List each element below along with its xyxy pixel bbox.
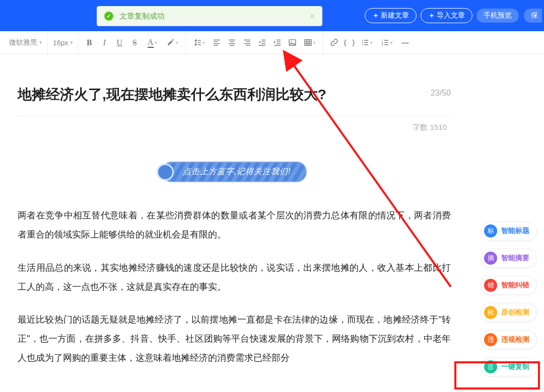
save-button-partial[interactable]: 保 — [524, 9, 542, 23]
mobile-preview-button[interactable]: 手机预览 — [477, 9, 519, 23]
svg-point-5 — [362, 44, 363, 45]
import-article-button[interactable]: ＋ 导入文章 — [421, 8, 472, 23]
bullet-list-icon — [361, 38, 369, 47]
badge-icon: 违 — [484, 333, 497, 346]
success-toast: ✓ 文章复制成功 × — [97, 6, 322, 26]
align-right-icon — [243, 38, 251, 47]
chevron-down-icon: ▾ — [70, 39, 73, 46]
editor-area: 地摊经济火了,现在摆地摊卖什么东西利润比较大? 23/50 字数 1510 点击… — [0, 85, 544, 368]
align-right-button[interactable] — [240, 36, 253, 49]
svg-point-3 — [362, 40, 363, 41]
svg-point-4 — [362, 42, 363, 43]
mobile-preview-label: 手机预览 — [484, 11, 512, 20]
align-center-icon — [228, 38, 236, 47]
one-click-copy-button[interactable]: ☰ 一键复制 — [481, 357, 537, 376]
badge-icon: 摘 — [484, 252, 497, 265]
badge-icon: 错 — [484, 279, 497, 292]
highlight-button[interactable]: ▾ — [163, 36, 181, 49]
chevron-down-icon: ▾ — [39, 39, 42, 46]
side-actions-panel: 标 智能标题 摘 智能摘要 错 智能纠错 检 原创检测 违 违规检测 ☰ 一键复… — [481, 221, 537, 376]
close-icon[interactable]: × — [309, 11, 315, 22]
indent-button[interactable] — [270, 36, 284, 49]
link-icon — [330, 38, 338, 47]
font-family-select[interactable]: 微软雅黑 ▾ — [7, 38, 44, 47]
unordered-list-button[interactable]: ▾ — [358, 36, 376, 49]
align-left-icon — [213, 38, 221, 47]
smart-summary-label: 智能摘要 — [501, 254, 529, 263]
badge-icon: 标 — [484, 224, 497, 238]
table-icon — [304, 38, 312, 47]
violation-check-label: 违规检测 — [501, 335, 529, 344]
plus-icon: ＋ — [372, 11, 379, 20]
plus-icon: ＋ — [428, 11, 435, 20]
ordered-list-button[interactable]: 123 ▾ — [378, 36, 396, 49]
save-label: 保 — [531, 11, 538, 20]
title-char-count: 23/50 — [431, 89, 451, 98]
smart-summary-button[interactable]: 摘 智能摘要 — [481, 249, 537, 268]
align-center-button[interactable] — [225, 36, 238, 49]
indent-icon — [273, 38, 282, 47]
italic-button[interactable]: I — [98, 36, 111, 49]
list-icon: ☰ — [484, 360, 497, 373]
font-color-button[interactable]: A▾ — [143, 36, 161, 49]
image-icon — [288, 38, 297, 47]
line-height-icon — [193, 38, 201, 47]
toast-message: 文章复制成功 — [119, 12, 309, 21]
insert-image-button[interactable] — [286, 36, 299, 49]
new-article-button[interactable]: ＋ 新建文章 — [365, 8, 417, 23]
paragraph[interactable]: 两者在竞争中相互替代意味着，在某些消费群体的数量或者某个层次的消费力总体有限的情… — [18, 206, 451, 245]
follow-banner[interactable]: 点击上方蓝字,记得关注我们! — [162, 162, 307, 182]
badge-icon: 检 — [484, 306, 497, 319]
document-title[interactable]: 地摊经济火了,现在摆地摊卖什么东西利润比较大? — [18, 85, 419, 104]
document-page: 地摊经济火了,现在摆地摊卖什么东西利润比较大? 23/50 字数 1510 点击… — [18, 85, 451, 368]
smart-correction-label: 智能纠错 — [501, 281, 529, 290]
new-article-label: 新建文章 — [381, 11, 409, 20]
svg-rect-2 — [305, 40, 311, 45]
outdent-icon — [258, 38, 266, 47]
banner-container: 点击上方蓝字,记得关注我们! — [18, 162, 451, 182]
highlighter-icon — [166, 38, 175, 47]
editor-toolbar: 微软雅黑 ▾ 16px ▾ B I U S A▾ ▾ ▾ — [0, 31, 544, 54]
insert-table-button[interactable]: ▾ — [301, 36, 319, 49]
outdent-button[interactable] — [255, 36, 268, 49]
paragraph[interactable]: 最近比较热门的话题无疑就是地摊经济了，以前摆地摊一直都是卡在法律的边缘，而现在，… — [18, 310, 451, 367]
check-icon: ✓ — [104, 12, 113, 21]
font-size-value: 16px — [53, 39, 68, 47]
originality-check-label: 原创检测 — [501, 308, 529, 317]
word-count: 字数 1510 — [18, 123, 451, 132]
ordered-list-icon: 123 — [381, 38, 389, 47]
bold-button[interactable]: B — [83, 36, 96, 49]
underline-button[interactable]: U — [113, 36, 126, 49]
svg-text:3: 3 — [382, 44, 383, 46]
line-height-button[interactable]: ▾ — [190, 36, 208, 49]
font-family-value: 微软雅黑 — [9, 38, 37, 47]
horizontal-rule-button[interactable]: — — [398, 36, 411, 49]
insert-link-button[interactable] — [327, 36, 341, 49]
violation-check-button[interactable]: 违 违规检测 — [481, 330, 537, 349]
smart-title-label: 智能标题 — [501, 226, 529, 236]
paragraph[interactable]: 生活用品总的来说，其实地摊经济赚钱的速度还是比较快的，说实话，出来摆地摊的人，收… — [18, 259, 451, 297]
code-button[interactable]: { } — [343, 36, 356, 49]
strikethrough-button[interactable]: S — [128, 36, 141, 49]
svg-point-1 — [291, 41, 292, 42]
import-article-label: 导入文章 — [437, 11, 465, 20]
font-size-select[interactable]: 16px ▾ — [51, 39, 75, 47]
smart-title-button[interactable]: 标 智能标题 — [481, 221, 537, 241]
one-click-copy-label: 一键复制 — [501, 362, 529, 371]
originality-check-button[interactable]: 检 原创检测 — [481, 303, 537, 322]
align-left-button[interactable] — [210, 36, 223, 49]
smart-correction-button[interactable]: 错 智能纠错 — [481, 276, 537, 295]
